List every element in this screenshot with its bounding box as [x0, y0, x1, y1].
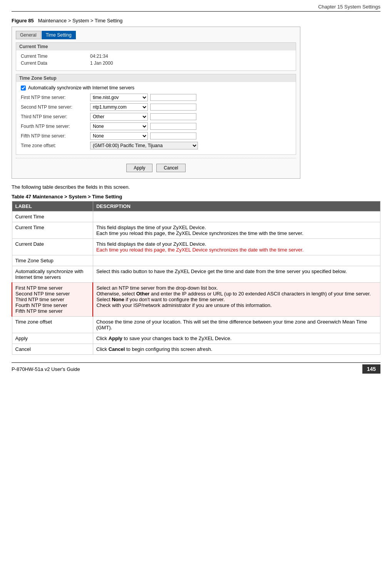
chapter-title: Chapter 15 System Settings: [318, 4, 380, 10]
ntp-select-1[interactable]: time.nist.gov: [90, 94, 148, 101]
table-cell-label: Time zone offset: [12, 317, 93, 333]
table-cell-label: Current Date: [12, 239, 93, 255]
ntp-label-3: Third NTP time server:: [21, 114, 90, 119]
auto-sync-checkbox[interactable]: [21, 86, 26, 91]
bold-other: Other: [136, 291, 150, 297]
table-cell-desc: [93, 211, 380, 222]
current-time-content: Current Time 04:21:34 Current Data 1 Jan…: [16, 50, 296, 70]
col-header-description: DESCRIPTION: [93, 201, 380, 211]
tab-time-setting[interactable]: Time Setting: [42, 31, 76, 39]
current-time-value: 04:21:34: [90, 54, 108, 59]
ntp-row-5: Fifth NTP time server: None: [21, 132, 291, 140]
page-header: Chapter 15 System Settings: [12, 4, 380, 12]
tabs-row: General Time Setting: [16, 31, 296, 39]
auto-sync-checkbox-row: Automatically synchronize with Internet …: [21, 85, 291, 91]
ntp-extra-4[interactable]: [150, 123, 196, 130]
table-cell-desc: [93, 255, 380, 266]
cancel-button[interactable]: Cancel: [156, 164, 185, 172]
table-caption: Table 47 Maintenance > System > Time Set…: [12, 194, 380, 200]
table-row-apply: Apply Click Apply to save your changes b…: [12, 333, 380, 344]
page-number: 145: [362, 364, 380, 374]
body-text: The following table describes the fields…: [12, 184, 380, 190]
current-data-row: Current Data 1 Jan 2000: [21, 60, 291, 66]
table-cell-label: Apply: [12, 333, 93, 344]
table-cell-desc: Click Apply to save your changes back to…: [93, 333, 380, 344]
ntp-label-1: First NTP time server:: [21, 95, 90, 100]
table-cell-desc: This field displays the date of your ZyX…: [93, 239, 380, 255]
figure-label: Figure 85: [12, 18, 34, 23]
table-cell-desc: Select this radio button to have the ZyX…: [93, 266, 380, 283]
table-cell-label: Current Time: [12, 222, 93, 239]
table-cell-desc: Select an NTP time server from the drop-…: [93, 283, 380, 317]
ntp-extra-2[interactable]: [150, 104, 196, 111]
ntp-extra-5[interactable]: [150, 132, 196, 139]
tab-general[interactable]: General: [16, 31, 41, 39]
table-row-ntp-servers: First NTP time server Second NTP time se…: [12, 283, 380, 317]
ntp-select-2[interactable]: ntp1.tummy.com: [90, 103, 148, 111]
table-cell-label: Automatically synchronize with Internet …: [12, 266, 93, 283]
table-cell-label: Current Time: [12, 211, 93, 222]
ntp-row-4: Fourth NTP time server: None: [21, 122, 291, 130]
figure-title: Maintenance > System > Time Setting: [38, 18, 123, 23]
auto-sync-label: Automatically synchronize with Internet …: [28, 85, 134, 91]
timezone-setup-header: Time Zone Setup: [16, 74, 296, 82]
ntp-select-4[interactable]: None: [90, 122, 148, 130]
page-footer: P-870HW-51a v2 User's Guide 145: [12, 362, 380, 374]
ntp-select-3[interactable]: Other: [90, 113, 148, 121]
current-time-row: Current Time 04:21:34: [21, 54, 291, 59]
table-cell-label: First NTP time server Second NTP time se…: [12, 283, 93, 317]
timezone-row: Time zone offset: (GMT-08:00) Pacific Ti…: [21, 142, 291, 149]
timezone-select[interactable]: (GMT-08:00) Pacific Time, Tijuana: [90, 142, 198, 149]
table-cell-label: Cancel: [12, 344, 93, 355]
table-row-section-2: Time Zone Setup: [12, 255, 380, 266]
timezone-setup-content: Automatically synchronize with Internet …: [16, 82, 296, 154]
ntp-extra-3[interactable]: [150, 113, 196, 120]
table-cell-label: Time Zone Setup: [12, 255, 93, 266]
bold-apply: Apply: [109, 335, 122, 341]
ntp-label-2: Second NTP time server:: [21, 104, 90, 110]
ntp-label-4: Fourth NTP time server:: [21, 124, 90, 129]
table-row-cancel: Cancel Click Cancel to begin configuring…: [12, 344, 380, 355]
footer-left: P-870HW-51a v2 User's Guide: [12, 366, 80, 372]
ntp-row-1: First NTP time server: time.nist.gov: [21, 94, 291, 101]
ntp-extra-1[interactable]: [150, 94, 196, 101]
table-row-current-date: Current Date This field displays the dat…: [12, 239, 380, 255]
screenshot-box: General Time Setting Current Time Curren…: [12, 27, 300, 179]
ntp-select-5[interactable]: None: [90, 132, 148, 140]
table-cell-desc: Choose the time zone of your location. T…: [93, 317, 380, 333]
current-time-section: Current Time Current Time 04:21:34 Curre…: [16, 42, 296, 71]
ntp-row-2: Second NTP time server: ntp1.tummy.com: [21, 103, 291, 111]
ntp-row-3: Third NTP time server: Other: [21, 113, 291, 121]
table-row-section-1: Current Time: [12, 211, 380, 222]
ntp-label-5: Fifth NTP time server:: [21, 133, 90, 139]
timezone-label: Time zone offset:: [21, 143, 90, 148]
table-row-auto-sync: Automatically synchronize with Internet …: [12, 266, 380, 283]
dotted-separator: [16, 158, 296, 158]
table-row-tz-offset: Time zone offset Choose the time zone of…: [12, 317, 380, 333]
col-header-label: LABEL: [12, 201, 93, 211]
table-row-current-time: Current Time This field displays the tim…: [12, 222, 380, 239]
table-cell-desc: This field displays the time of your ZyX…: [93, 222, 380, 239]
button-row: Apply Cancel: [16, 161, 296, 174]
current-data-value: 1 Jan 2000: [90, 60, 113, 66]
current-time-header: Current Time: [16, 43, 296, 50]
table-cell-desc: Click Cancel to begin configuring this s…: [93, 344, 380, 355]
current-data-label: Current Data: [21, 60, 90, 66]
current-date-red-text: Each time you reload this page, the ZyXE…: [96, 247, 304, 253]
current-time-label: Current Time: [21, 54, 90, 59]
figure-caption: Figure 85 Maintenance > System > Time Se…: [12, 18, 380, 23]
apply-button[interactable]: Apply: [126, 164, 152, 172]
bold-cancel: Cancel: [109, 346, 125, 352]
bold-none: None: [112, 297, 124, 302]
timezone-setup-section: Time Zone Setup Automatically synchroniz…: [16, 74, 296, 155]
main-table: LABEL DESCRIPTION Current Time Current T…: [12, 201, 380, 355]
